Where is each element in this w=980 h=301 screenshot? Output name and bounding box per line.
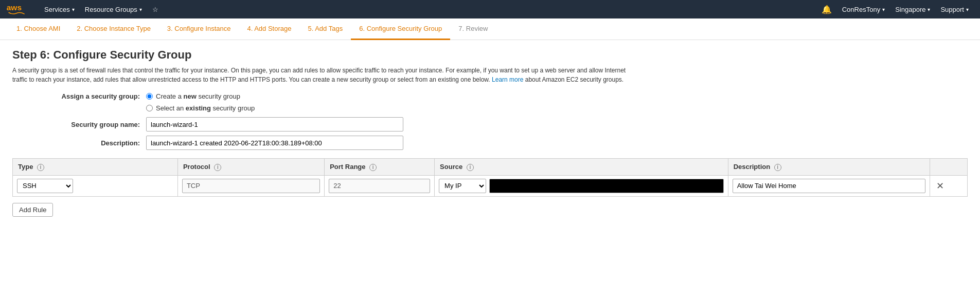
protocol-info-icon[interactable]: i <box>214 164 221 171</box>
svg-text:aws: aws <box>7 3 22 12</box>
protocol-cell <box>177 175 324 196</box>
col-header-protocol: Protocol i <box>177 159 324 176</box>
tab-choose-instance-type[interactable]: 2. Choose Instance Type <box>68 18 159 40</box>
create-new-radio[interactable] <box>146 93 153 100</box>
top-navigation: aws Services ▾ Resource Groups ▾ ☆ 🔔 Con… <box>0 0 980 18</box>
services-menu[interactable]: Services ▾ <box>39 0 80 18</box>
tab-configure-security-group-label: 6. Configure Security Group <box>359 25 442 32</box>
tab-add-tags-label: 5. Add Tags <box>308 25 343 32</box>
col-header-description: Description i <box>728 159 930 176</box>
services-label: Services <box>44 6 70 13</box>
support-chevron-icon: ▾ <box>966 7 969 12</box>
description-label: Description: <box>54 139 146 147</box>
favorites-star[interactable]: ☆ <box>147 0 164 18</box>
description-cell <box>728 175 930 196</box>
type-info-icon[interactable]: i <box>37 164 44 171</box>
select-existing-radio[interactable] <box>146 105 153 111</box>
learn-more-link[interactable]: Learn more <box>492 76 523 83</box>
tab-review-label: 7. Review <box>458 25 488 32</box>
select-existing-row: Select an existing security group <box>12 104 968 112</box>
description-info-icon[interactable]: i <box>774 164 781 171</box>
tab-choose-ami[interactable]: 1. Choose AMI <box>8 18 68 40</box>
tab-configure-instance[interactable]: 3. Configure Instance <box>159 18 239 40</box>
tab-choose-instance-type-label: 2. Choose Instance Type <box>77 25 151 32</box>
sg-name-input[interactable] <box>146 117 403 131</box>
select-existing-option[interactable]: Select an existing security group <box>146 104 255 112</box>
port-range-cell <box>325 175 435 196</box>
description-field[interactable] <box>733 179 925 193</box>
rules-table: Type i Protocol i Port Range i Source i … <box>12 158 968 197</box>
source-info-icon[interactable]: i <box>467 164 474 171</box>
table-row: SSH HTTP HTTPS Custom TCP All traffic <box>13 175 968 196</box>
table-header-row: Type i Protocol i Port Range i Source i … <box>13 159 968 176</box>
notifications-bell[interactable]: 🔔 <box>816 0 837 18</box>
tab-add-storage[interactable]: 4. Add Storage <box>239 18 299 40</box>
type-select[interactable]: SSH HTTP HTTPS Custom TCP All traffic <box>17 179 73 193</box>
source-container: My IP Custom Anywhere 0.0.0.0/0 <box>439 179 724 193</box>
source-type-select[interactable]: My IP Custom Anywhere 0.0.0.0/0 <box>439 179 486 193</box>
description-input[interactable] <box>146 136 403 150</box>
resource-groups-label: Resource Groups <box>85 6 137 13</box>
col-header-port-range: Port Range i <box>325 159 435 176</box>
sg-name-label: Security group name: <box>54 121 146 128</box>
user-chevron-icon: ▾ <box>882 7 885 12</box>
services-chevron-icon: ▾ <box>72 7 75 12</box>
nav-right: 🔔 ConResTony ▾ Singapore ▾ Support ▾ <box>816 0 974 18</box>
source-cell: My IP Custom Anywhere 0.0.0.0/0 <box>435 175 728 196</box>
region-menu[interactable]: Singapore ▾ <box>890 0 935 18</box>
page-description: A security group is a set of firewall ru… <box>12 66 630 84</box>
tab-add-tags[interactable]: 5. Add Tags <box>299 18 351 40</box>
assign-label: Assign a security group: <box>54 92 146 100</box>
breadcrumb-bar: 1. Choose AMI 2. Choose Instance Type 3.… <box>0 18 980 40</box>
region-chevron-icon: ▾ <box>928 7 930 12</box>
add-rule-button[interactable]: Add Rule <box>12 203 53 217</box>
port-range-field <box>329 179 430 193</box>
user-menu[interactable]: ConResTony ▾ <box>837 0 890 18</box>
main-content: Step 6: Configure Security Group A secur… <box>0 40 980 225</box>
tab-review[interactable]: 7. Review <box>450 18 496 40</box>
support-label: Support <box>940 6 964 13</box>
region-label: Singapore <box>895 6 925 13</box>
tab-configure-instance-label: 3. Configure Instance <box>167 25 231 32</box>
tab-choose-ami-label: 1. Choose AMI <box>16 25 60 32</box>
action-cell: ✕ <box>930 175 967 196</box>
resource-groups-menu[interactable]: Resource Groups ▾ <box>80 0 147 18</box>
user-label: ConResTony <box>842 6 880 13</box>
tab-add-storage-label: 4. Add Storage <box>247 25 291 32</box>
ip-input[interactable] <box>489 179 724 193</box>
page-title: Step 6: Configure Security Group <box>12 48 968 62</box>
port-range-info-icon[interactable]: i <box>369 164 377 171</box>
description-row: Description: <box>12 136 968 150</box>
description-text-part2: about Amazon EC2 security groups. <box>525 76 623 83</box>
create-new-option[interactable]: Create a new security group <box>146 92 240 100</box>
type-cell: SSH HTTP HTTPS Custom TCP All traffic <box>13 175 178 196</box>
resource-groups-chevron-icon: ▾ <box>139 7 142 12</box>
col-header-action <box>930 159 967 176</box>
tab-configure-security-group[interactable]: 6. Configure Security Group <box>351 18 450 40</box>
protocol-field <box>182 179 320 193</box>
aws-logo[interactable]: aws <box>6 2 31 16</box>
col-header-source: Source i <box>435 159 728 176</box>
sg-name-row: Security group name: <box>12 117 968 131</box>
support-menu[interactable]: Support ▾ <box>935 0 974 18</box>
col-header-type: Type i <box>13 159 178 176</box>
assign-security-group-row: Assign a security group: Create a new se… <box>12 92 968 100</box>
remove-rule-button[interactable]: ✕ <box>934 180 947 192</box>
